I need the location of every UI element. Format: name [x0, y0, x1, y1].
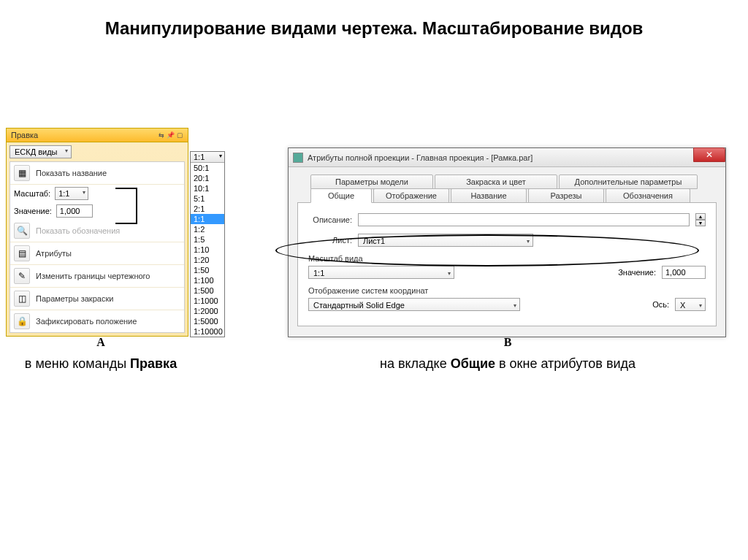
- description-input[interactable]: [358, 213, 690, 226]
- value-label: Значение:: [14, 207, 52, 215]
- value-row: Значение:: [10, 202, 184, 220]
- scale-option[interactable]: 1:10: [191, 245, 224, 255]
- panel-body: ЕСКД виды ▦ Показать название Масштаб: 1…: [6, 142, 188, 337]
- scale-option[interactable]: 1:50: [191, 265, 224, 275]
- tab-model-params[interactable]: Параметры модели: [310, 174, 433, 189]
- tab-additional[interactable]: Дополнительные параметры: [559, 174, 698, 189]
- dialog-value-label: Значение:: [618, 268, 656, 277]
- bounds-icon: ✎: [14, 268, 30, 284]
- lock-position-label: Зафиксировать положение: [36, 317, 137, 326]
- scale-group-label: Масштаб вида: [308, 254, 706, 263]
- scale-option[interactable]: 10:1: [191, 183, 224, 193]
- panel-title: Правка: [11, 131, 38, 139]
- window-icon: [293, 153, 303, 163]
- show-name-icon: ▦: [14, 165, 30, 181]
- magnifier-icon: 🔍: [14, 223, 30, 239]
- scale-option[interactable]: 1:5000: [191, 316, 224, 326]
- edit-panel: Правка ⇆ 📌 ▢ ЕСКД виды ▦ Показать назван…: [6, 128, 188, 337]
- pin-icon[interactable]: 📌: [167, 131, 175, 139]
- change-bounds-label: Изменить границы чертежного: [36, 272, 150, 280]
- scale-option[interactable]: 1:2000: [191, 306, 224, 316]
- panel-header: Правка ⇆ 📌 ▢: [6, 128, 188, 142]
- show-name-label: Показать название: [36, 169, 107, 177]
- show-designations-label: Показать обозначения: [36, 226, 120, 235]
- close-icon[interactable]: ▢: [177, 131, 183, 139]
- panel-rows: ▦ Показать название Масштаб: 1:1 Значени…: [9, 161, 185, 333]
- scale-option[interactable]: 1:5: [191, 234, 224, 245]
- lock-position-row[interactable]: 🔒 Зафиксировать положение: [10, 310, 184, 332]
- lock-icon: 🔒: [14, 313, 30, 329]
- tabs-row1: Параметры модели Закраска и цвет Дополни…: [310, 174, 717, 189]
- scale-group-row: 1:1 Значение:: [308, 266, 706, 279]
- value-input[interactable]: [56, 204, 93, 218]
- dialog-body: Параметры модели Закраска и цвет Дополни…: [289, 167, 725, 337]
- scale-option[interactable]: 2:1: [191, 204, 224, 214]
- caption-a-letter: A: [6, 336, 196, 349]
- scale-label: Масштаб:: [14, 189, 50, 198]
- scale-option[interactable]: 1:2: [191, 224, 224, 234]
- scale-option[interactable]: 50:1: [191, 163, 224, 173]
- show-designations-row: 🔍 Показать обозначения: [10, 220, 184, 242]
- tab-general[interactable]: Общие: [310, 188, 372, 203]
- tabs-row2: Общие Отображение Название Разрезы Обозн…: [310, 188, 717, 203]
- sheet-row: Лист: Лист1: [308, 234, 706, 247]
- coord-group-label: Отображение систем координат: [308, 286, 706, 295]
- sheet-combo[interactable]: Лист1: [358, 234, 533, 247]
- scale-option[interactable]: 1:1: [191, 214, 224, 224]
- change-bounds-row[interactable]: ✎ Изменить границы чертежного: [10, 265, 184, 288]
- panel-controls[interactable]: ⇆ 📌 ▢: [159, 131, 183, 139]
- show-name-row[interactable]: ▦ Показать название: [10, 162, 184, 185]
- eskd-dropdown[interactable]: ЕСКД виды: [9, 145, 72, 158]
- scale-option[interactable]: 5:1: [191, 193, 224, 204]
- scale-option[interactable]: 1:10000: [191, 326, 224, 337]
- scale-option[interactable]: 1:1000: [191, 296, 224, 306]
- dropdown-pin-icon[interactable]: ⇆: [159, 131, 164, 139]
- tab-fill-color[interactable]: Закраска и цвет: [435, 174, 557, 189]
- close-button[interactable]: ✕: [693, 147, 725, 162]
- tab-display[interactable]: Отображение: [373, 188, 449, 203]
- scale-option[interactable]: 1:100: [191, 275, 224, 285]
- stepper-up-icon[interactable]: ▲: [695, 213, 706, 220]
- scale-row: Масштаб: 1:1: [10, 185, 184, 202]
- tab-name[interactable]: Название: [451, 188, 527, 203]
- coord-row: Стандартный Solid Edge Ось: X: [308, 298, 706, 311]
- description-label: Описание:: [308, 215, 352, 224]
- description-stepper[interactable]: ▲ ▼: [695, 213, 706, 226]
- caption-a-text: в меню команды Правка: [6, 356, 196, 372]
- attributes-row[interactable]: ▤ Атрибуты: [10, 242, 184, 265]
- window-title: Атрибуты полной проекции - Главная проек…: [308, 153, 533, 162]
- dialog-value-input[interactable]: [662, 266, 706, 279]
- tab-designations[interactable]: Обозначения: [606, 188, 690, 203]
- fill-icon: ◫: [14, 291, 30, 307]
- attributes-label: Атрибуты: [36, 249, 72, 258]
- caption-b-text: на вкладке Общие в окне атрибутов вида: [292, 356, 723, 372]
- tab-sections[interactable]: Разрезы: [528, 188, 604, 203]
- page-title: Манипулирование видами чертежа. Масштаби…: [0, 0, 748, 46]
- axis-combo[interactable]: X: [675, 298, 706, 311]
- fill-params-label: Параметры закраски: [36, 294, 113, 303]
- dialog-titlebar[interactable]: Атрибуты полной проекции - Главная проек…: [289, 148, 725, 167]
- scale-option[interactable]: 20:1: [191, 173, 224, 183]
- scale-dropdown-list[interactable]: 1:1 50:120:110:15:12:11:11:21:51:101:201…: [190, 151, 225, 337]
- caption-a: A в меню команды Правка: [6, 336, 196, 372]
- tab-content: Описание: ▲ ▼ Лист: Лист1 Масштаб вида 1…: [297, 202, 717, 326]
- attributes-dialog: Атрибуты полной проекции - Главная проек…: [288, 147, 726, 337]
- attributes-icon: ▤: [14, 245, 30, 261]
- axis-label: Ось:: [652, 300, 669, 309]
- scale-option[interactable]: 1:500: [191, 285, 224, 296]
- scale-list-header[interactable]: 1:1: [191, 152, 224, 163]
- caption-b-letter: B: [292, 336, 723, 349]
- scale-combo[interactable]: 1:1: [55, 187, 88, 200]
- dialog-scale-combo[interactable]: 1:1: [308, 266, 454, 279]
- stepper-down-icon[interactable]: ▼: [695, 220, 706, 226]
- fill-params-row[interactable]: ◫ Параметры закраски: [10, 288, 184, 310]
- scale-option[interactable]: 1:20: [191, 255, 224, 265]
- description-row: Описание: ▲ ▼: [308, 213, 706, 226]
- coord-combo[interactable]: Стандартный Solid Edge: [308, 298, 520, 311]
- sheet-label: Лист:: [308, 236, 352, 245]
- caption-b: B на вкладке Общие в окне атрибутов вида: [292, 336, 723, 372]
